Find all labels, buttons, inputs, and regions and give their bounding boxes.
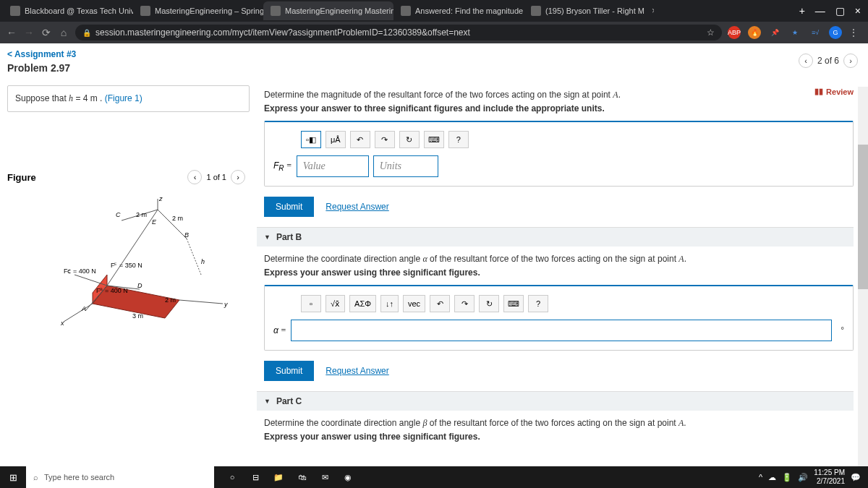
greek-button[interactable]: ΑΣΦ bbox=[349, 295, 376, 312]
help-icon[interactable]: ? bbox=[448, 131, 469, 148]
request-answer-link[interactable]: Request Answer bbox=[326, 202, 388, 212]
next-figure-button[interactable]: › bbox=[231, 170, 245, 184]
extension-icon[interactable]: G bbox=[829, 26, 842, 39]
extension-icon[interactable]: ABP bbox=[728, 26, 741, 39]
tray-chevron-icon[interactable]: ^ bbox=[759, 473, 762, 481]
store-icon[interactable]: 🛍 bbox=[291, 466, 312, 488]
part-c-instruction: Express your answer using three signific… bbox=[264, 432, 854, 442]
task-view-icon[interactable]: ⊟ bbox=[244, 466, 266, 488]
battery-icon[interactable]: 🔋 bbox=[782, 473, 792, 482]
keyboard-icon[interactable]: ⌨ bbox=[424, 131, 444, 148]
undo-icon[interactable]: ↶ bbox=[430, 295, 450, 312]
menu-icon[interactable]: ⋮ bbox=[849, 27, 858, 38]
redo-icon[interactable]: ↷ bbox=[454, 295, 475, 312]
svg-text:2 m: 2 m bbox=[136, 211, 147, 218]
figure-heading: Figure bbox=[7, 172, 36, 183]
tray-icon[interactable]: ☁ bbox=[768, 473, 776, 482]
chrome-icon[interactable]: ◉ bbox=[337, 466, 359, 488]
svg-line-2 bbox=[107, 210, 158, 286]
review-link[interactable]: ▮▮Review bbox=[814, 87, 854, 96]
answer-label: α = bbox=[273, 325, 286, 336]
answer-label: FR = bbox=[273, 160, 292, 172]
svg-line-10 bbox=[64, 304, 93, 322]
alpha-input[interactable] bbox=[291, 320, 832, 341]
keyboard-icon[interactable]: ⌨ bbox=[503, 295, 524, 312]
next-problem-button[interactable]: › bbox=[843, 53, 858, 68]
address-bar[interactable]: 🔒 session.masteringengineering.com/myct/… bbox=[75, 25, 722, 40]
svg-text:z: z bbox=[158, 195, 163, 202]
vec-button[interactable]: vec bbox=[403, 295, 425, 312]
browser-tab[interactable]: Blackboard @ Texas Tech Univer× bbox=[3, 1, 133, 20]
mail-icon[interactable]: ✉ bbox=[314, 466, 336, 488]
scroll-thumb[interactable] bbox=[858, 145, 868, 289]
request-answer-link[interactable]: Request Answer bbox=[326, 366, 388, 376]
favicon bbox=[10, 6, 20, 16]
url-text: session.masteringengineering.com/myct/it… bbox=[95, 27, 470, 38]
close-window-icon[interactable]: × bbox=[855, 5, 861, 17]
extension-icon[interactable]: ★ bbox=[788, 26, 801, 39]
units-input[interactable]: Units bbox=[373, 155, 438, 177]
value-input[interactable]: Value bbox=[297, 155, 369, 177]
forward-icon[interactable]: → bbox=[23, 27, 35, 38]
extension-icon[interactable]: ≡√ bbox=[809, 26, 822, 39]
part-b-header[interactable]: ▼Part B bbox=[257, 227, 854, 247]
home-icon[interactable]: ⌂ bbox=[58, 27, 69, 38]
maximize-icon[interactable]: ▢ bbox=[835, 5, 845, 17]
chevron-down-icon: ▼ bbox=[264, 234, 271, 241]
reset-icon[interactable]: ↻ bbox=[399, 131, 420, 148]
notifications-icon[interactable]: 💬 bbox=[851, 473, 861, 482]
cortana-icon[interactable]: ○ bbox=[221, 466, 243, 488]
taskbar-search[interactable]: ⌕ Type here to search bbox=[26, 466, 214, 488]
extension-icon[interactable]: 📌 bbox=[768, 26, 781, 39]
scrollbar[interactable] bbox=[858, 87, 868, 466]
svg-text:2 m: 2 m bbox=[165, 296, 176, 304]
star-icon[interactable]: ☆ bbox=[707, 27, 715, 38]
problem-statement: Suppose that h = 4 m . (Figure 1) bbox=[7, 85, 250, 112]
breadcrumb[interactable]: < Assignment #3 bbox=[0, 43, 868, 61]
problem-counter: 2 of 6 bbox=[817, 56, 839, 66]
close-icon[interactable]: × bbox=[652, 6, 654, 16]
minimize-icon[interactable]: — bbox=[815, 5, 825, 17]
pause-icon: ▮▮ bbox=[814, 87, 823, 96]
help-icon[interactable]: ? bbox=[528, 295, 548, 312]
subscript-button[interactable]: ↓↑ bbox=[380, 295, 399, 312]
template-icon[interactable]: ▫◧ bbox=[301, 131, 321, 148]
part-b-question: Determine the coordinate direction angle… bbox=[264, 254, 854, 265]
chevron-down-icon: ▼ bbox=[264, 398, 271, 405]
svg-text:h: h bbox=[201, 258, 205, 265]
undo-icon[interactable]: ↶ bbox=[350, 131, 370, 148]
favicon bbox=[271, 6, 281, 16]
prev-figure-button[interactable]: ‹ bbox=[187, 170, 202, 184]
redo-icon[interactable]: ↷ bbox=[375, 131, 395, 148]
part-c-header[interactable]: ▼Part C bbox=[257, 391, 854, 411]
start-button[interactable]: ⊞ bbox=[0, 466, 26, 488]
degree-unit: ° bbox=[841, 325, 844, 335]
figure-image: Fᴄ = 400 N Fᴮ = 400 N Fᴱ = 350 N 2 m 2 m… bbox=[7, 192, 250, 336]
browser-tab[interactable]: Answered: Find the magnitude o× bbox=[393, 1, 524, 20]
svg-text:D: D bbox=[137, 282, 142, 289]
back-icon[interactable]: ← bbox=[6, 27, 17, 38]
svg-text:Fᴄ = 400 N: Fᴄ = 400 N bbox=[64, 267, 96, 275]
browser-tab[interactable]: MasteringEngineering – Spring 2× bbox=[133, 1, 263, 20]
units-button[interactable]: μÅ bbox=[326, 131, 346, 148]
part-b-answer-box: ▫ √x̄ ΑΣΦ ↓↑ vec ↶ ↷ ↻ ⌨ ? α = ° bbox=[264, 285, 854, 351]
template-icon[interactable]: ▫ bbox=[301, 295, 321, 312]
submit-button[interactable]: Submit bbox=[264, 197, 314, 217]
explorer-icon[interactable]: 📁 bbox=[268, 466, 289, 488]
browser-tab-active[interactable]: MasteringEngineering Mastering× bbox=[263, 1, 393, 20]
sqrt-button[interactable]: √x̄ bbox=[326, 295, 345, 312]
new-tab-button[interactable]: + bbox=[799, 5, 805, 17]
part-a-instruction: Express your answer to three significant… bbox=[264, 103, 854, 114]
reload-icon[interactable]: ⟳ bbox=[41, 27, 52, 38]
taskbar-clock[interactable]: 11:25 PM 2/7/2021 bbox=[814, 468, 845, 486]
svg-text:y: y bbox=[224, 301, 228, 308]
submit-button[interactable]: Submit bbox=[264, 361, 314, 381]
lock-icon: 🔒 bbox=[82, 29, 91, 37]
tab-title: Answered: Find the magnitude o bbox=[415, 7, 524, 15]
svg-text:B: B bbox=[184, 231, 189, 239]
volume-icon[interactable]: 🔊 bbox=[798, 473, 808, 482]
prev-problem-button[interactable]: ‹ bbox=[799, 53, 813, 68]
browser-tab[interactable]: (195) Bryson Tiller - Right M× bbox=[524, 1, 654, 20]
extension-icon[interactable]: 🔥 bbox=[748, 26, 761, 39]
reset-icon[interactable]: ↻ bbox=[479, 295, 499, 312]
